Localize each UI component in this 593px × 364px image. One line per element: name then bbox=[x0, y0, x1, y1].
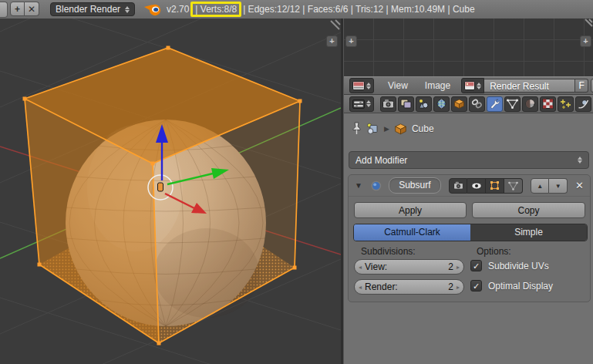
catmull-clark-button[interactable]: Catmull-Clark bbox=[354, 224, 470, 241]
apply-button[interactable]: Apply bbox=[354, 202, 467, 218]
image-datablock-browse-button[interactable] bbox=[461, 78, 484, 93]
camera-icon bbox=[382, 99, 394, 109]
view-subdivisions-slider[interactable]: ◂ View: 2 ▸ bbox=[354, 259, 464, 275]
optimal-display-checkbox[interactable]: ✓ bbox=[470, 280, 482, 292]
move-modifier-up-button[interactable]: ▲ bbox=[531, 178, 549, 194]
corner-resize-handle[interactable] bbox=[581, 19, 593, 31]
tab-constraints[interactable] bbox=[469, 96, 485, 112]
3d-viewport[interactable]: + bbox=[0, 19, 341, 364]
copy-button[interactable]: Copy bbox=[472, 202, 585, 218]
image-editor-canvas[interactable]: + + bbox=[344, 19, 593, 76]
stats-rest: | Edges:12/12 | Faces:6/6 | Tris:12 | Me… bbox=[243, 4, 474, 15]
delete-modifier-button[interactable]: ✕ bbox=[575, 180, 584, 191]
chain-link-icon bbox=[471, 99, 483, 109]
subsurf-modifier-icon bbox=[370, 180, 382, 192]
tab-world[interactable] bbox=[433, 96, 450, 112]
delete-layout-button[interactable]: ✕ bbox=[25, 2, 39, 16]
optimal-display-label: Optimal Display bbox=[488, 281, 553, 292]
particles-sparkles-icon bbox=[560, 99, 571, 109]
subdivide-uvs-checkbox[interactable]: ✓ bbox=[470, 260, 482, 271]
render-subdivisions-slider[interactable]: ◂ Render: 2 ▸ bbox=[354, 279, 464, 295]
editor-type-selector[interactable] bbox=[349, 78, 374, 93]
fake-user-button[interactable]: F bbox=[575, 79, 588, 93]
physics-orbit-icon bbox=[578, 99, 589, 109]
render-visibility-toggle[interactable] bbox=[449, 178, 467, 194]
wrench-icon bbox=[489, 99, 500, 109]
viewport-region-expand-button[interactable]: + bbox=[326, 35, 338, 47]
edit-mode-display-toggle[interactable] bbox=[486, 178, 504, 194]
view-slider-label: View: bbox=[362, 261, 448, 272]
screen-layout-selector-partial[interactable] bbox=[0, 2, 8, 18]
add-modifier-label: Add Modifier bbox=[355, 155, 578, 166]
object-breadcrumb-icon[interactable] bbox=[366, 123, 379, 134]
object-origin-dot bbox=[158, 183, 163, 191]
add-modifier-dropdown[interactable]: Add Modifier bbox=[349, 151, 589, 169]
properties-header bbox=[344, 95, 593, 113]
stat-verts: | Verts:8/8 bbox=[195, 4, 237, 15]
tab-material[interactable] bbox=[522, 96, 538, 112]
cube-data-icon bbox=[394, 123, 407, 135]
slider-increment-icon[interactable]: ▸ bbox=[457, 264, 460, 271]
camera-icon bbox=[453, 181, 463, 190]
world-icon bbox=[436, 99, 447, 109]
info-header: + ✕ Blender Render v2.70 | Verts:8/8 | E… bbox=[0, 0, 593, 19]
breadcrumb: ▶ Cube bbox=[352, 122, 434, 135]
dropdown-arrows-icon bbox=[366, 83, 371, 89]
collapse-panel-icon[interactable]: ▼ bbox=[355, 181, 362, 190]
tab-object[interactable] bbox=[451, 96, 467, 112]
menu-image[interactable]: Image bbox=[425, 80, 450, 91]
dropdown-arrows-icon bbox=[578, 157, 582, 163]
scene-icon bbox=[418, 99, 430, 109]
dropdown-arrows-icon bbox=[125, 6, 130, 13]
stat-version: v2.70 bbox=[167, 4, 189, 15]
image-name-field[interactable]: Render Result bbox=[484, 79, 575, 93]
modifier-header: ▼ Subsurf bbox=[349, 175, 590, 197]
object-cube-icon bbox=[453, 99, 465, 109]
tab-scene[interactable] bbox=[416, 96, 432, 112]
render-slider-label: Render: bbox=[362, 281, 448, 292]
image-editor-header: View Image Render Result F + bbox=[344, 76, 593, 95]
blender-window: + ✕ Blender Render v2.70 | Verts:8/8 | E… bbox=[0, 0, 593, 364]
render-slider-value: 2 bbox=[448, 281, 457, 292]
menu-view[interactable]: View bbox=[388, 80, 408, 91]
modifier-move-buttons: ▲ ▼ bbox=[531, 178, 568, 194]
texture-checker-icon bbox=[542, 99, 554, 109]
subdivide-uvs-label: Subdivide UVs bbox=[488, 261, 549, 271]
add-layout-button[interactable]: + bbox=[10, 2, 25, 16]
cage-display-toggle[interactable] bbox=[504, 178, 523, 194]
eye-icon bbox=[471, 182, 482, 190]
pin-icon[interactable] bbox=[352, 122, 362, 135]
viewport-visibility-toggle[interactable] bbox=[467, 178, 486, 194]
properties-editor-type-icon bbox=[352, 99, 365, 109]
tab-texture[interactable] bbox=[540, 96, 556, 112]
render-layers-icon bbox=[400, 99, 412, 109]
render-engine-label: Blender Render bbox=[56, 4, 125, 15]
image-editor-left-expand-button[interactable]: + bbox=[345, 35, 357, 47]
wire-triangle-icon bbox=[508, 181, 518, 190]
subsurf-modifier-panel: ▼ Subsurf bbox=[348, 174, 591, 302]
slider-increment-icon[interactable]: ▸ bbox=[457, 284, 460, 291]
image-editor-right-expand-button[interactable]: + bbox=[580, 35, 591, 47]
tab-render[interactable] bbox=[380, 96, 396, 112]
modifier-name-field[interactable]: Subsurf bbox=[389, 177, 442, 194]
edit-mode-icon bbox=[490, 180, 500, 190]
blender-logo-icon bbox=[143, 2, 162, 19]
tab-render-layers[interactable] bbox=[398, 96, 414, 112]
dropdown-arrows-icon bbox=[477, 83, 481, 89]
tab-particles[interactable] bbox=[558, 96, 574, 112]
editor-type-selector[interactable] bbox=[349, 96, 374, 112]
dropdown-arrows-icon bbox=[366, 100, 371, 107]
simple-button[interactable]: Simple bbox=[470, 224, 587, 241]
modifier-display-toggles bbox=[449, 178, 523, 194]
move-modifier-down-button[interactable]: ▼ bbox=[549, 178, 568, 194]
tab-object-data[interactable] bbox=[504, 96, 521, 112]
subdivision-algorithm-segment: Catmull-Clark Simple bbox=[353, 224, 588, 241]
viewport-scene bbox=[0, 19, 341, 364]
tab-physics[interactable] bbox=[575, 96, 591, 112]
render-engine-dropdown[interactable]: Blender Render bbox=[50, 2, 135, 16]
tab-modifiers[interactable] bbox=[487, 96, 503, 112]
view-slider-value: 2 bbox=[448, 261, 457, 272]
properties-panel: ▶ Cube Add Modifier ▼ Subsurf bbox=[344, 113, 593, 364]
subdivisions-label: Subdivisions: bbox=[361, 246, 416, 257]
breadcrumb-arrow-icon: ▶ bbox=[384, 125, 389, 133]
